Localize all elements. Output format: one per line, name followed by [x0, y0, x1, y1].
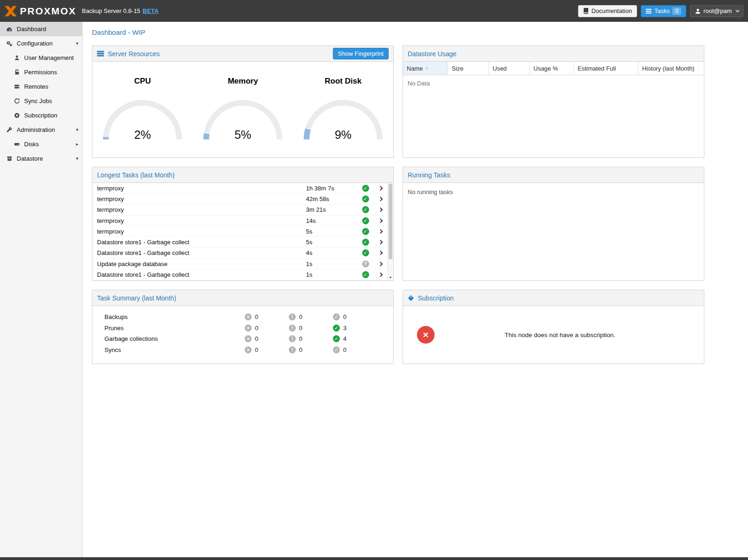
task-row[interactable]: Datastore store1 - Garbage collect 4s ✓ — [92, 248, 387, 259]
task-row[interactable]: termproxy 14s ✓ — [92, 215, 387, 226]
chevron-down-icon[interactable]: ▾ — [76, 40, 78, 46]
chevron-down-icon[interactable]: ▾ — [76, 156, 78, 162]
gears-icon — [6, 40, 13, 47]
sidebar-item-administration[interactable]: Administration ▾ — [0, 123, 82, 137]
error-count: 0 — [255, 335, 258, 342]
task-open-button[interactable] — [374, 262, 387, 266]
task-status-icon: ✓ — [362, 249, 369, 256]
sidebar-item-label: Subscription — [24, 112, 58, 119]
server-resources-panel: Server Resources Show Fingerprint CPU — [92, 46, 394, 158]
sidebar-item-configuration[interactable]: Configuration ▾ — [0, 36, 82, 51]
task-duration: 5s — [306, 239, 357, 246]
hdd-icon — [13, 141, 20, 147]
task-open-button[interactable] — [374, 251, 387, 254]
proxmox-x-icon — [4, 5, 18, 17]
chevron-down-icon[interactable]: ▾ — [76, 127, 78, 133]
sidebar-item-datastore[interactable]: Datastore ▾ — [0, 151, 82, 166]
scroll-down-button[interactable]: ▾ — [388, 274, 393, 280]
column-header-size[interactable]: Size — [448, 62, 489, 75]
tasks-count-badge: 0 — [672, 7, 681, 15]
column-header-estimated-full[interactable]: Estimated Full — [574, 62, 638, 75]
task-open-button[interactable] — [374, 219, 387, 222]
root-disk-gauge: Root Disk 9% — [297, 77, 390, 143]
summary-ok[interactable]: ✓3 — [333, 325, 377, 332]
memory-gauge: Memory 5% — [196, 77, 289, 143]
column-header-name[interactable]: Name ↑ — [403, 62, 448, 75]
summary-ok[interactable]: ✓0 — [333, 313, 377, 320]
task-name: Datastore store1 - Garbage collect — [92, 249, 306, 256]
task-open-button[interactable] — [374, 197, 387, 201]
scrollbar-thumb[interactable] — [389, 184, 392, 259]
sidebar-item-remotes[interactable]: Remotes — [0, 79, 82, 94]
summary-row: Garbage collections ×0 !0 ✓4 — [92, 333, 393, 345]
sidebar-item-label: Permissions — [24, 69, 57, 76]
documentation-button[interactable]: Documentation — [578, 5, 637, 17]
task-summary-panel: Task Summary (last Month) Backups ×0 !0 … — [92, 290, 394, 364]
topbar-actions: Documentation Tasks 0 root@pam — [578, 5, 743, 17]
task-status-icon: ✓ — [362, 271, 369, 278]
summary-ok[interactable]: ✓4 — [333, 335, 377, 342]
warning-count: 0 — [299, 313, 302, 320]
summary-warnings[interactable]: !0 — [289, 335, 333, 342]
task-open-button[interactable] — [374, 230, 387, 233]
task-open-button[interactable] — [374, 241, 387, 244]
panel-title: Task Summary (last Month) — [97, 294, 176, 302]
sidebar-item-disks[interactable]: Disks ▸ — [0, 137, 82, 151]
summary-errors[interactable]: ×0 — [245, 335, 289, 342]
sidebar-item-sync-jobs[interactable]: Sync Jobs — [0, 94, 82, 108]
task-name: Datastore store1 - Garbage collect — [92, 239, 306, 246]
task-open-button[interactable] — [374, 187, 387, 190]
show-fingerprint-button[interactable]: Show Fingerprint — [333, 48, 389, 59]
task-row[interactable]: Datastore store1 - Garbage collect 1s ✓ — [92, 269, 387, 280]
scrollbar[interactable]: ▾ — [387, 183, 393, 280]
sidebar-item-user-management[interactable]: User Management — [0, 51, 82, 65]
task-row[interactable]: termproxy 42m 58s ✓ — [92, 194, 387, 204]
chevron-right-icon[interactable]: ▸ — [76, 141, 78, 147]
summary-warnings[interactable]: !0 — [289, 313, 333, 320]
summary-warnings[interactable]: !0 — [289, 346, 333, 353]
tasks-button[interactable]: Tasks 0 — [641, 5, 686, 17]
task-duration: 5s — [306, 228, 357, 235]
ok-icon: ✓ — [333, 313, 340, 320]
summary-errors[interactable]: ×0 — [245, 346, 289, 353]
server-resources-icon — [97, 51, 104, 57]
task-row[interactable]: Datastore store1 - Garbage collect 5s ✓ — [92, 237, 387, 247]
task-open-button[interactable] — [374, 273, 387, 276]
error-count: 0 — [255, 346, 258, 353]
column-header-used[interactable]: Used — [489, 62, 530, 75]
summary-errors[interactable]: ×0 — [245, 325, 289, 332]
task-row[interactable]: termproxy 1h 38m 7s ✓ — [92, 183, 387, 194]
sidebar-item-label: Datastore — [17, 155, 43, 162]
summary-warnings[interactable]: !0 — [289, 325, 333, 332]
sidebar-item-label: Dashboard — [17, 26, 46, 33]
task-duration: 1s — [306, 271, 357, 278]
task-name: termproxy — [92, 228, 306, 235]
datastore-usage-header: Name ↑ Size Used Usage % Estimated Full … — [403, 62, 704, 75]
task-row[interactable]: termproxy 5s ✓ — [92, 226, 387, 237]
beta-link[interactable]: BETA — [143, 7, 158, 14]
warning-count: 0 — [299, 335, 302, 342]
task-duration: 4s — [306, 249, 357, 256]
no-subscription-icon: × — [417, 326, 435, 344]
sidebar-item-label: User Management — [24, 54, 74, 61]
column-label: Used — [493, 65, 507, 72]
sidebar-item-permissions[interactable]: Permissions — [0, 65, 82, 79]
user-menu-button[interactable]: root@pam — [690, 5, 743, 17]
task-duration: 42m 58s — [306, 195, 357, 202]
task-status-icon: ✓ — [362, 195, 369, 202]
warning-icon: ! — [289, 313, 296, 320]
summary-ok[interactable]: ✓0 — [333, 346, 377, 353]
task-row[interactable]: Update package database 1s ? — [92, 259, 387, 269]
task-open-button[interactable] — [374, 208, 387, 211]
sidebar-item-dashboard[interactable]: Dashboard — [0, 22, 82, 36]
list-icon — [646, 9, 651, 13]
no-data-text: No Data — [403, 75, 704, 91]
panel-title: Longest Tasks (last Month) — [97, 171, 175, 179]
task-name: Update package database — [92, 260, 306, 267]
column-header-usage-pct[interactable]: Usage % — [530, 62, 574, 75]
task-row[interactable]: termproxy 3m 21s ✓ — [92, 205, 387, 215]
column-header-history[interactable]: History (last Month) — [638, 62, 704, 75]
task-status-icon: ✓ — [362, 185, 369, 192]
summary-errors[interactable]: ×0 — [245, 313, 289, 320]
sidebar-item-subscription[interactable]: Subscription — [0, 108, 82, 123]
